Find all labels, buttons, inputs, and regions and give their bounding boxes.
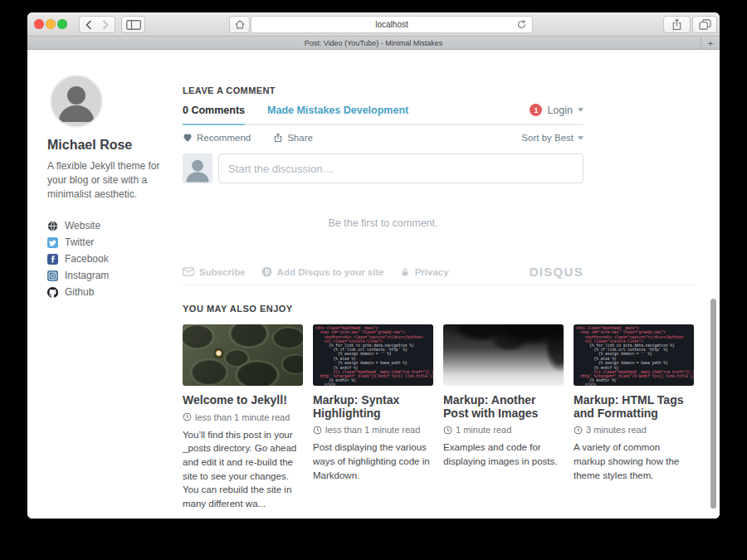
github-icon (47, 287, 58, 298)
twitter-icon (47, 237, 58, 248)
sidebar-item-instagram[interactable]: Instagram (47, 267, 178, 284)
read-time: less than 1 minute read (313, 425, 433, 435)
author-sidebar: Michael Rose A flexible Jekyll theme for… (47, 75, 178, 300)
close-button[interactable] (34, 19, 44, 29)
link-label: Instagram (65, 270, 109, 281)
tab-comment-count[interactable]: 0 Comments (183, 105, 245, 125)
chevron-left-icon (85, 20, 92, 30)
post-card: Welcome to Jekyll! less than 1 minute re… (183, 324, 303, 511)
home-icon (234, 19, 246, 30)
author-bio: A flexible Jekyll theme for your blog or… (47, 159, 173, 201)
post-title[interactable]: Markup: Syntax Highlighting (313, 394, 433, 420)
sidebar-item-facebook[interactable]: Facebook (47, 251, 178, 267)
comments-heading: LEAVE A COMMENT (183, 85, 583, 95)
author-name: Michael Rose (47, 138, 178, 153)
url-text: localhost (375, 20, 408, 29)
post-title[interactable]: Welcome to Jekyll! (183, 394, 303, 407)
scrollbar-thumb[interactable] (710, 299, 716, 509)
lock-icon (400, 267, 410, 277)
clock-icon (313, 426, 322, 435)
share-comments-button[interactable]: Share (273, 133, 313, 143)
add-disqus-label: Add Disqus to your site (277, 267, 384, 277)
tab-title[interactable]: Post: Video (YouTube) - Minimal Mistakes (27, 39, 720, 47)
tab-bar: Post: Video (YouTube) - Minimal Mistakes… (27, 37, 720, 50)
code-block: {% endfor %} </ul> (315, 378, 431, 386)
instagram-icon (47, 270, 58, 281)
read-time-label: less than 1 minute read (325, 425, 420, 435)
clock-icon (574, 426, 583, 435)
window-controls (34, 19, 67, 29)
disqus-tabs: 0 Comments Made Mistakes Development 1 L… (183, 104, 583, 125)
tab-overview-button[interactable] (692, 16, 717, 33)
read-time: 3 minutes read (574, 425, 694, 435)
share-button[interactable] (663, 16, 691, 33)
privacy-button[interactable]: Privacy (400, 267, 449, 277)
comment-compose (183, 153, 583, 183)
related-cards: Welcome to Jekyll! less than 1 minute re… (183, 324, 694, 511)
login-button[interactable]: 1 Login (530, 104, 583, 124)
minimize-button[interactable] (46, 19, 56, 29)
caret-down-icon (578, 136, 583, 140)
browser-window: localhost Post: Video (YouTube) - Minima… (27, 12, 720, 519)
share-box-icon (273, 133, 283, 143)
disqus-actions: Recommend Share Sort by Best (183, 133, 583, 143)
read-time: 1 minute read (443, 425, 564, 435)
heart-icon (183, 133, 193, 143)
privacy-label: Privacy (415, 267, 449, 277)
envelope-icon (183, 267, 194, 276)
zoom-button[interactable] (57, 19, 67, 29)
person-silhouette-icon (51, 76, 101, 126)
login-label: Login (547, 105, 573, 116)
disqus-logo[interactable]: DISQUS (530, 265, 583, 279)
code-block: <div class="masthead__menu"> <nav id="si… (315, 326, 431, 343)
sidebar-item-website[interactable]: Website (47, 217, 178, 234)
recommend-label: Recommend (197, 133, 251, 143)
link-label: Facebook (65, 253, 109, 265)
share-label: Share (287, 133, 313, 143)
code-block: <li class="masthead__menu-item"><a href=… (315, 370, 431, 379)
title-bar[interactable]: localhost (27, 12, 720, 37)
comment-input[interactable] (218, 153, 583, 183)
commenter-avatar (183, 153, 212, 183)
new-tab-button[interactable]: + (701, 37, 720, 49)
subscribe-button[interactable]: Subscribe (183, 267, 246, 277)
post-title[interactable]: Markup: Another Post with Images (443, 394, 564, 420)
disqus-icon (261, 266, 272, 277)
post-thumbnail-code[interactable]: <div class="masthead__menu"> <nav id="si… (313, 324, 433, 386)
author-links: Website Twitter Facebook Instagram Githu… (47, 217, 178, 300)
post-thumbnail-bubbles[interactable] (183, 324, 303, 386)
code-snippet: <div class="masthead__menu"> <nav id="si… (576, 326, 691, 386)
read-time-label: 3 minutes read (586, 425, 647, 435)
sidebar-item-twitter[interactable]: Twitter (47, 234, 178, 251)
sort-dropdown[interactable]: Sort by Best (521, 133, 583, 143)
home-button[interactable] (229, 16, 250, 33)
forward-button[interactable] (96, 16, 115, 33)
tabs-icon (699, 19, 711, 30)
post-thumbnail-tree[interactable] (443, 324, 564, 386)
post-thumbnail-code[interactable]: <div class="masthead__menu"> <nav id="si… (574, 324, 694, 386)
post-card: <div class="masthead__menu"> <nav id="si… (574, 324, 694, 511)
post-excerpt: Examples and code for displaying images … (443, 441, 564, 468)
code-block: {% endfor %} </ul> (576, 378, 691, 386)
page-content: Michael Rose A flexible Jekyll theme for… (27, 50, 720, 519)
sidebar-item-github[interactable]: Github (47, 284, 178, 300)
notification-badge[interactable]: 1 (530, 104, 542, 116)
recommend-button[interactable]: Recommend (183, 133, 251, 143)
post-excerpt: You’ll find this post in your _posts dir… (183, 428, 303, 511)
add-disqus-button[interactable]: Add Disqus to your site (261, 266, 384, 277)
person-silhouette-icon (183, 153, 212, 183)
read-time-label: 1 minute read (456, 425, 511, 435)
code-block: <li class="masthead__menu-item"><a href=… (576, 370, 691, 379)
post-title[interactable]: Markup: HTML Tags and Formatting (574, 394, 694, 420)
clock-icon (443, 426, 452, 435)
code-snippet: <div class="masthead__menu"> <nav id="si… (315, 326, 431, 386)
related-heading: YOU MAY ALSO ENJOY (183, 304, 694, 314)
tab-community[interactable]: Made Mistakes Development (267, 105, 408, 124)
code-block: {% for link in site.data.navigation %} {… (315, 343, 431, 370)
post-excerpt: Post displaying the various ways of high… (313, 441, 433, 482)
address-bar[interactable]: localhost (251, 16, 533, 33)
refresh-icon[interactable] (516, 19, 527, 32)
read-time: less than 1 minute read (183, 412, 303, 422)
link-label: Twitter (65, 236, 94, 248)
sidebar-toggle-button[interactable] (121, 16, 145, 33)
